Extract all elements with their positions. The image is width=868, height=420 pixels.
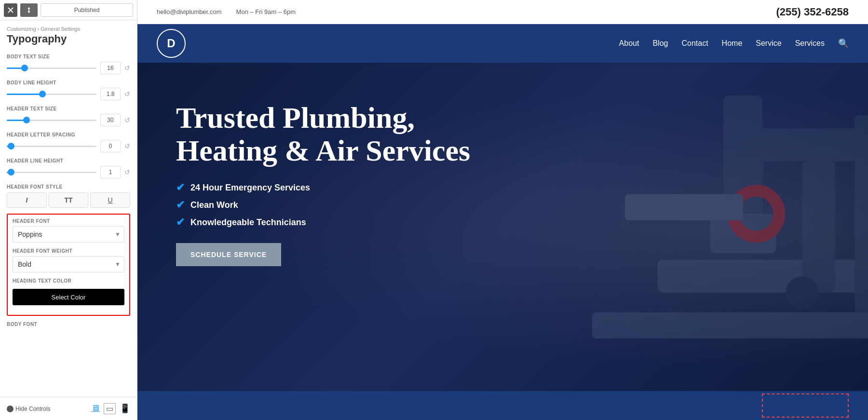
nav-service[interactable]: Service bbox=[756, 39, 781, 48]
body-line-height-reset[interactable]: ↺ bbox=[124, 90, 130, 98]
panel-header: Customizing › General Settings Typograph… bbox=[0, 20, 137, 49]
hide-controls-label: Hide Controls bbox=[15, 406, 51, 412]
highlighted-font-section: HEADER FONT Poppins Roboto Open Sans Lat… bbox=[7, 214, 130, 316]
header-letter-spacing-setting: HEADER LETTER SPACING 0 ↺ bbox=[7, 132, 130, 152]
header-line-height-input[interactable]: 1 bbox=[100, 166, 121, 178]
header-line-height-label: HEADER LINE HEIGHT bbox=[7, 158, 130, 163]
site-phone: (255) 352-6258 bbox=[776, 6, 849, 18]
site-nav-links: About Blog Contact Home Service Services… bbox=[619, 38, 849, 49]
tablet-device-button[interactable]: ▭ bbox=[104, 403, 116, 414]
header-letter-spacing-input[interactable]: 0 bbox=[100, 140, 121, 152]
panel-content: BODY TEXT SIZE 16 ↺ BODY LINE HEIGHT bbox=[0, 49, 137, 397]
body-line-height-slider[interactable] bbox=[7, 91, 96, 97]
breadcrumb: Customizing › General Settings bbox=[7, 26, 130, 32]
svg-rect-4 bbox=[756, 128, 868, 161]
header-font-select[interactable]: Poppins Roboto Open Sans Lato Montserrat bbox=[13, 226, 124, 243]
site-hours: Mon – Fri 9am – 6pm bbox=[236, 8, 296, 15]
site-email: hello@diviplumber.com bbox=[157, 8, 222, 15]
hide-controls-toggle[interactable]: Hide Controls bbox=[7, 406, 51, 412]
body-font-label: BODY FONT bbox=[7, 322, 130, 327]
nav-home[interactable]: Home bbox=[722, 39, 743, 48]
body-line-height-input[interactable]: 1.8 bbox=[100, 88, 121, 100]
header-font-label: HEADER FONT bbox=[13, 218, 124, 224]
italic-button[interactable]: I bbox=[7, 192, 47, 208]
hero-features: ✔ 24 Hour Emergency Services ✔ Clean Wor… bbox=[176, 181, 514, 229]
hero-feature-1: ✔ 24 Hour Emergency Services bbox=[176, 181, 514, 194]
published-button[interactable]: Published bbox=[41, 3, 133, 17]
body-text-size-setting: BODY TEXT SIZE 16 ↺ bbox=[7, 54, 130, 74]
panel-footer: Hide Controls 🖥 ▭ 📱 bbox=[0, 397, 137, 420]
svg-rect-7 bbox=[802, 161, 835, 292]
underline-button[interactable]: U bbox=[90, 192, 130, 208]
site-navbar: D About Blog Contact Home Service Servic… bbox=[137, 24, 868, 63]
body-font-setting: BODY FONT bbox=[7, 322, 130, 327]
header-font-style-label: HEADER FONT STYLE bbox=[7, 184, 130, 190]
nav-blog[interactable]: Blog bbox=[652, 39, 668, 48]
select-color-button[interactable]: Select Color bbox=[13, 289, 124, 305]
header-font-weight-setting: HEADER FONT WEIGHT Thin Light Regular Bo… bbox=[13, 248, 124, 272]
hero-title: Trusted Plumbing, Heating & Air Services bbox=[176, 101, 514, 167]
panel-topbar: Published bbox=[0, 0, 137, 20]
hide-controls-icon bbox=[7, 406, 14, 412]
schedule-service-button[interactable]: SCHEDULE SERVICE bbox=[176, 243, 281, 266]
site-hero: Trusted Plumbing, Heating & Air Services… bbox=[137, 63, 868, 391]
nav-about[interactable]: About bbox=[619, 39, 639, 48]
panel-title: Typography bbox=[7, 33, 130, 45]
header-font-weight-wrapper: Thin Light Regular Bold Extra Bold ▼ bbox=[13, 256, 124, 272]
svg-rect-6 bbox=[658, 260, 868, 293]
header-text-size-reset[interactable]: ↺ bbox=[124, 116, 130, 124]
bottom-blue-block bbox=[157, 393, 253, 418]
svg-rect-11 bbox=[592, 312, 868, 339]
body-text-size-reset[interactable]: ↺ bbox=[124, 64, 130, 72]
header-font-weight-select[interactable]: Thin Light Regular Bold Extra Bold bbox=[13, 256, 124, 272]
nav-services[interactable]: Services bbox=[795, 39, 825, 48]
close-button[interactable] bbox=[4, 3, 17, 17]
hero-content: Trusted Plumbing, Heating & Air Services… bbox=[176, 101, 514, 266]
header-line-height-setting: HEADER LINE HEIGHT 1 ↺ bbox=[7, 158, 130, 178]
header-font-wrapper: Poppins Roboto Open Sans Lato Montserrat… bbox=[13, 226, 124, 243]
checkmark-icon-2: ✔ bbox=[176, 199, 185, 211]
device-switcher: 🖥 ▭ 📱 bbox=[91, 403, 130, 414]
body-text-size-input[interactable]: 16 bbox=[100, 62, 121, 74]
header-font-setting: HEADER FONT Poppins Roboto Open Sans Lat… bbox=[13, 218, 124, 243]
heading-text-color-setting: HEADING TEXT COLOR Select Color bbox=[13, 278, 124, 305]
desktop-device-button[interactable]: 🖥 bbox=[91, 403, 100, 414]
body-text-size-label: BODY TEXT SIZE bbox=[7, 54, 130, 59]
checkmark-icon-1: ✔ bbox=[176, 181, 185, 194]
site-topbar: hello@diviplumber.com Mon – Fri 9am – 6p… bbox=[137, 0, 868, 24]
header-font-weight-label: HEADER FONT WEIGHT bbox=[13, 248, 124, 254]
header-text-size-label: HEADER TEXT SIZE bbox=[7, 106, 130, 111]
nav-search-icon[interactable]: 🔍 bbox=[838, 38, 849, 49]
site-topbar-left: hello@diviplumber.com Mon – Fri 9am – 6p… bbox=[157, 8, 296, 15]
right-panel: hello@diviplumber.com Mon – Fri 9am – 6p… bbox=[137, 0, 868, 420]
header-line-height-slider[interactable] bbox=[7, 169, 96, 176]
header-letter-spacing-reset[interactable]: ↺ bbox=[124, 142, 130, 150]
header-text-size-slider[interactable] bbox=[7, 117, 96, 123]
hero-feature-3: ✔ Knowledgeable Technicians bbox=[176, 216, 514, 229]
body-text-size-slider[interactable] bbox=[7, 65, 96, 71]
header-text-size-input[interactable]: 30 bbox=[100, 114, 121, 126]
header-text-size-setting: HEADER TEXT SIZE 30 ↺ bbox=[7, 106, 130, 126]
header-letter-spacing-label: HEADER LETTER SPACING bbox=[7, 132, 130, 137]
left-panel: Published Customizing › General Settings… bbox=[0, 0, 137, 420]
allcaps-button[interactable]: TT bbox=[49, 192, 89, 208]
mobile-device-button[interactable]: 📱 bbox=[120, 403, 130, 414]
history-arrows[interactable] bbox=[20, 3, 38, 17]
nav-contact[interactable]: Contact bbox=[681, 39, 708, 48]
hero-feature-2: ✔ Clean Work bbox=[176, 199, 514, 211]
heading-text-color-label: HEADING TEXT COLOR bbox=[13, 278, 124, 284]
checkmark-icon-3: ✔ bbox=[176, 216, 185, 229]
header-line-height-reset[interactable]: ↺ bbox=[124, 168, 130, 176]
svg-point-8 bbox=[786, 276, 818, 309]
body-line-height-setting: BODY LINE HEIGHT 1.8 ↺ bbox=[7, 80, 130, 100]
header-letter-spacing-slider[interactable] bbox=[7, 143, 96, 149]
svg-rect-10 bbox=[854, 115, 868, 312]
body-line-height-label: BODY LINE HEIGHT bbox=[7, 80, 130, 85]
site-bottom-bar bbox=[137, 391, 868, 420]
header-font-style-setting: HEADER FONT STYLE I TT U bbox=[7, 184, 130, 208]
svg-rect-9 bbox=[625, 194, 743, 220]
site-logo: D bbox=[157, 29, 186, 58]
bottom-dashed-block bbox=[762, 393, 849, 418]
